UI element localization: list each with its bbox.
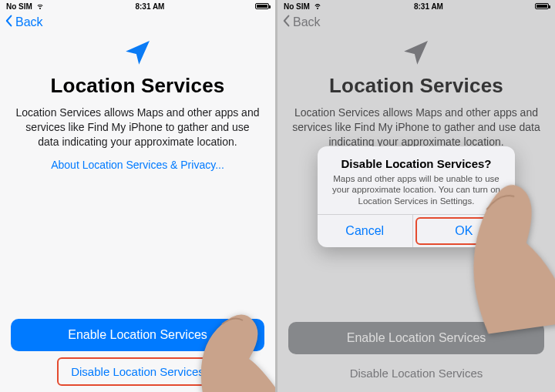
bottom-bar: Enable Location Services Disable Locatio… [0,319,275,389]
time-label: 8:31 AM [135,2,164,11]
nosim-label: No SIM [6,2,32,11]
page-title: Location Services [329,74,503,98]
disable-alert: Disable Location Services? Maps and othe… [318,146,515,247]
back-button[interactable]: Back [282,15,321,30]
alert-text: Maps and other apps will be unable to us… [328,173,504,206]
disable-location-button[interactable]: Disable Location Services [338,360,496,386]
alert-title: Disable Location Services? [328,157,504,170]
alert-cancel-button[interactable]: Cancel [318,215,412,247]
nav-bar: Back [0,12,275,32]
screen-disable-alert: No SIM 8:31 AM Back Location Serv [278,0,555,392]
disable-location-button[interactable]: Disable Location Services [59,359,217,384]
enable-location-button[interactable]: Enable Location Services [288,322,544,354]
page-title: Location Services [51,74,225,98]
tutorial-highlight: Disable Location Services [57,357,218,386]
bottom-bar: Enable Location Services Disable Locatio… [278,322,555,389]
status-bar: No SIM 8:31 AM [278,0,555,12]
screen-location-services: No SIM 8:31 AM Back Location Serv [0,0,278,392]
location-arrow-icon [402,39,430,69]
time-label: 8:31 AM [414,2,443,11]
chevron-left-icon [282,15,291,30]
wifi-icon [35,1,45,12]
about-privacy-link[interactable]: About Location Services & Privacy... [51,159,224,171]
back-label: Back [293,15,321,29]
battery-icon [535,3,549,9]
chevron-left-icon [5,15,14,30]
tutorial-highlight: OK [415,217,513,245]
battery-icon [255,3,269,9]
back-label: Back [15,15,43,29]
enable-location-button[interactable]: Enable Location Services [11,319,264,351]
back-button[interactable]: Back [5,15,43,30]
description-text: Location Services allows Maps and other … [291,106,541,149]
nav-bar: Back [278,12,555,32]
wifi-icon [313,1,322,12]
alert-actions: Cancel OK [318,214,515,247]
location-arrow-icon [124,39,152,69]
status-bar: No SIM 8:31 AM [0,0,275,12]
divider [412,215,413,247]
nosim-label: No SIM [284,2,310,11]
description-text: Location Services allows Maps and other … [14,106,261,149]
alert-ok-button[interactable]: OK [417,219,512,243]
